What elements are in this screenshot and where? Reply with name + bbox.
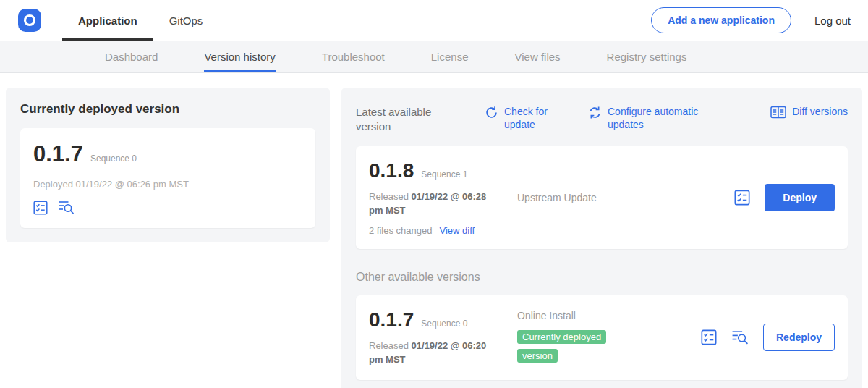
view-diff-link[interactable]: View diff (439, 225, 475, 236)
app-logo-icon[interactable] (17, 0, 42, 41)
other-versions-title: Other available versions (356, 271, 848, 284)
released-prefix: Released (369, 191, 409, 202)
subnav-item-license[interactable]: License (431, 41, 469, 72)
deployed-sequence-label: Sequence 0 (90, 153, 137, 164)
deployed-panel-title: Currently deployed version (20, 102, 315, 117)
sequence-label: Sequence 0 (421, 319, 467, 329)
main-content: Currently deployed version 0.1.7 Sequenc… (0, 73, 868, 388)
released-timestamp: Released 01/19/22 @ 06:20 pm MST (369, 339, 498, 367)
topnav-right: Add a new application Log out (651, 0, 851, 41)
version-card-actions: Deploy (734, 184, 835, 211)
deployed-version-card: 0.1.7 Sequence 0 Deployed 01/19/22 @ 06:… (20, 128, 315, 228)
version-history-panel: Latest available version Check for updat… (341, 88, 862, 388)
diff-versions-icon (770, 106, 786, 119)
subnav-item-dashboard[interactable]: Dashboard (105, 41, 158, 72)
deployed-card-actions (33, 200, 302, 215)
version-card-latest: 0.1.8 Sequence 1 Released 01/19/22 @ 06:… (356, 146, 848, 249)
tab-gitops[interactable]: GitOps (153, 0, 219, 41)
automatic-updates-icon (588, 106, 602, 119)
deploy-button[interactable]: Deploy (765, 184, 835, 211)
app-window: Application GitOps Add a new application… (0, 0, 868, 388)
view-diff-icon[interactable] (731, 329, 749, 345)
configure-automatic-updates-button[interactable]: Configure automatic updates (588, 105, 718, 131)
check-for-update-label: Check for update (504, 105, 558, 131)
diff-versions-label: Diff versions (792, 105, 848, 118)
configure-automatic-updates-label: Configure automatic updates (608, 105, 718, 131)
top-tabs: Application GitOps (62, 0, 218, 41)
check-update-icon (485, 106, 498, 119)
top-navbar: Application GitOps Add a new application… (0, 0, 868, 41)
preflight-checks-icon[interactable] (701, 329, 717, 345)
subnav-item-view-files[interactable]: View files (514, 41, 560, 72)
check-for-update-button[interactable]: Check for update (485, 105, 558, 131)
version-row: 0.1.7 Sequence 0 (369, 308, 517, 332)
version-source-label: Online Install (517, 310, 694, 321)
diff-versions-button[interactable]: Diff versions (770, 105, 848, 119)
version-number: 0.1.8 (369, 159, 414, 182)
preflight-checks-icon[interactable] (33, 201, 48, 215)
version-card-actions: Redeploy (701, 324, 835, 351)
redeploy-button[interactable]: Redeploy (763, 324, 835, 351)
version-number: 0.1.7 (369, 308, 414, 332)
logout-link[interactable]: Log out (814, 14, 851, 27)
deployed-timestamp: Deployed 01/19/22 @ 06:26 pm MST (33, 179, 302, 190)
version-card-info: 0.1.8 Sequence 1 Released 01/19/22 @ 06:… (369, 159, 517, 236)
currently-deployed-badge-wrap: Currently deployed version (517, 328, 627, 364)
version-source-label: Upstream Update (517, 192, 734, 203)
version-card-info: 0.1.7 Sequence 0 Released 01/19/22 @ 06:… (369, 308, 517, 367)
deployed-version-row: 0.1.7 Sequence 0 (33, 141, 302, 167)
files-changed-label: 2 files changed (369, 225, 432, 236)
subnav-item-troubleshoot[interactable]: Troubleshoot (322, 41, 385, 72)
preflight-checks-icon[interactable] (734, 190, 750, 206)
currently-deployed-panel: Currently deployed version 0.1.7 Sequenc… (6, 88, 330, 242)
subnav-item-registry-settings[interactable]: Registry settings (607, 41, 687, 72)
files-changed-row: 2 files changed View diff (369, 225, 517, 236)
add-application-button[interactable]: Add a new application (651, 7, 791, 33)
view-diff-icon[interactable] (58, 200, 75, 215)
released-timestamp: Released 01/19/22 @ 06:28 pm MST (369, 190, 498, 218)
app-subnav: Dashboard Version history Troubleshoot L… (0, 41, 868, 73)
released-prefix: Released (369, 340, 409, 351)
currently-deployed-badge: Currently deployed version (517, 330, 606, 362)
version-source-block: Online Install Currently deployed versio… (517, 310, 701, 364)
latest-header: Latest available version Check for updat… (356, 102, 848, 135)
latest-available-title: Latest available version (356, 105, 451, 135)
sequence-label: Sequence 1 (421, 169, 467, 180)
version-card-other: 0.1.7 Sequence 0 Released 01/19/22 @ 06:… (356, 295, 848, 380)
deployed-version-number: 0.1.7 (33, 141, 83, 167)
version-row: 0.1.8 Sequence 1 (369, 159, 517, 182)
tab-application[interactable]: Application (62, 0, 153, 41)
subnav-item-version-history[interactable]: Version history (204, 41, 275, 72)
